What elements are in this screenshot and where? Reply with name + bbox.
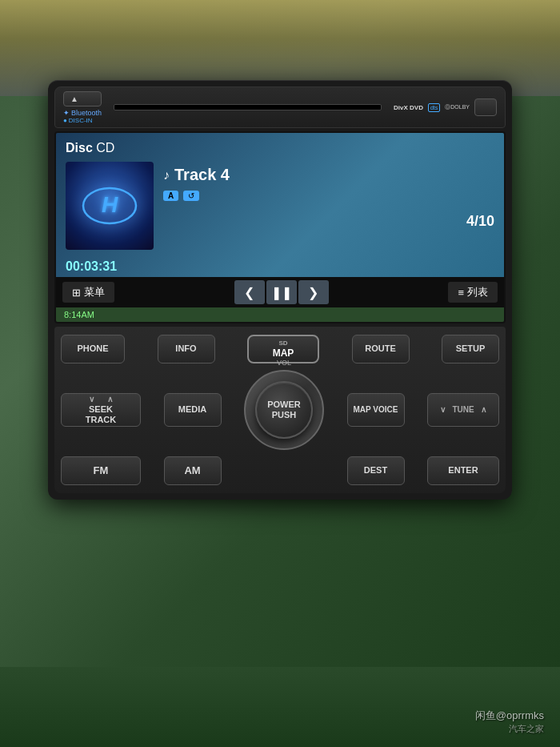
fm-button[interactable]: FM — [61, 456, 141, 485]
eject-button[interactable]: ▲ — [63, 91, 102, 106]
map-voice-button[interactable]: MAP VOICE — [347, 393, 405, 427]
next-button[interactable]: ❯ — [298, 280, 329, 304]
top-left-controls: ▲ ✦ Bluetooth ● DISC-IN — [63, 91, 102, 124]
display-screen: Disc CD H — [54, 131, 506, 323]
svg-text:H: H — [102, 192, 118, 217]
list-icon: ≡ — [458, 287, 464, 299]
cd-word: CD — [96, 141, 114, 155]
media-button[interactable]: MEDIA — [164, 393, 222, 427]
time-display: 00:03:31 — [66, 256, 494, 277]
bluetooth-icon: ✦ — [63, 109, 70, 117]
disc-header: Disc CD — [66, 141, 494, 155]
pause-icon: ❚❚ — [271, 285, 292, 300]
enter-button[interactable]: ENTER — [427, 456, 499, 485]
menu-grid-icon: ⊞ — [72, 287, 81, 299]
tune-label-text: TUNE — [452, 405, 474, 414]
dest-button[interactable]: DEST — [347, 456, 405, 485]
track-name: ♪ Track 4 — [163, 166, 494, 184]
pause-button[interactable]: ❚❚ — [266, 280, 297, 304]
disc-in-label: ● DISC-IN — [63, 117, 93, 124]
top-panel: ▲ ✦ Bluetooth ● DISC-IN DivX DVD dts ⒹDO… — [54, 86, 506, 128]
knob-spacer — [244, 456, 324, 485]
info-button[interactable]: INFO — [158, 335, 215, 363]
head-unit: ▲ ✦ Bluetooth ● DISC-IN DivX DVD dts ⒹDO… — [48, 80, 512, 500]
music-note-icon: ♪ — [163, 168, 170, 183]
hyundai-logo: H — [82, 186, 138, 226]
eject-icon: ▲ — [70, 94, 78, 103]
top-right-info: DivX DVD dts ⒹDOLBY — [394, 98, 497, 116]
screen-content: Disc CD H — [56, 133, 504, 277]
controls-panel: PHONE INFO SD MAP ROUTE SETUP — [54, 327, 506, 493]
tune-button[interactable]: ∨ TUNE ∧ — [427, 393, 499, 427]
setup-button[interactable]: SETUP — [442, 335, 499, 363]
album-art: H — [66, 162, 154, 250]
route-button[interactable]: ROUTE — [352, 335, 410, 363]
playback-controls: ❮ ❚❚ ❯ — [114, 280, 448, 304]
badge-a: A — [163, 191, 178, 201]
track-info: ♪ Track 4 A ↺ 4/10 — [163, 162, 494, 230]
vol-label: VOL — [277, 359, 291, 367]
power-push-button[interactable]: POWER PUSH — [255, 381, 313, 439]
disc-indicator: ● — [63, 117, 67, 124]
power-label: POWER — [267, 400, 301, 410]
bluetooth-info: ✦ Bluetooth ● DISC-IN — [63, 109, 102, 124]
power-vol-knob: VOL POWER PUSH — [244, 370, 324, 450]
bluetooth-label: ✦ Bluetooth — [63, 109, 102, 117]
push-label: PUSH — [272, 410, 297, 420]
watermark: 闲鱼@oprrmks 汽车之家 — [475, 709, 544, 735]
screen-controls-bar: ⊞ 菜单 ❮ ❚❚ ❯ ≡ 列表 — [56, 277, 504, 307]
badge-repeat: ↺ — [183, 191, 199, 201]
prev-icon: ❮ — [244, 285, 254, 300]
prev-button[interactable]: ❮ — [234, 280, 265, 304]
menu-screen-button[interactable]: ⊞ 菜单 — [62, 282, 114, 303]
middle-row-buttons: ∨ ∧ SEEK TRACK MEDIA VOL POWER PUSH — [61, 370, 499, 450]
top-right-button[interactable] — [474, 98, 497, 116]
am-button[interactable]: AM — [164, 456, 222, 485]
disc-slot — [114, 104, 382, 110]
track-count: 4/10 — [163, 213, 494, 230]
dolby-badge: ⒹDOLBY — [445, 103, 470, 111]
divx-dvd-label: DivX DVD — [394, 104, 423, 111]
seek-track-button[interactable]: ∨ ∧ SEEK TRACK — [61, 393, 141, 427]
phone-button[interactable]: PHONE — [61, 335, 125, 363]
content-area: H ♪ Track 4 — [66, 162, 494, 250]
list-screen-button[interactable]: ≡ 列表 — [448, 282, 498, 303]
track-badges: A ↺ — [163, 191, 494, 201]
bottom-row-buttons: FM AM DEST ENTER — [61, 456, 499, 485]
dts-badge: dts — [428, 103, 440, 112]
next-icon: ❯ — [308, 285, 318, 300]
disc-word: Disc — [66, 141, 93, 155]
clock-bar: 8:14AM — [56, 307, 504, 322]
